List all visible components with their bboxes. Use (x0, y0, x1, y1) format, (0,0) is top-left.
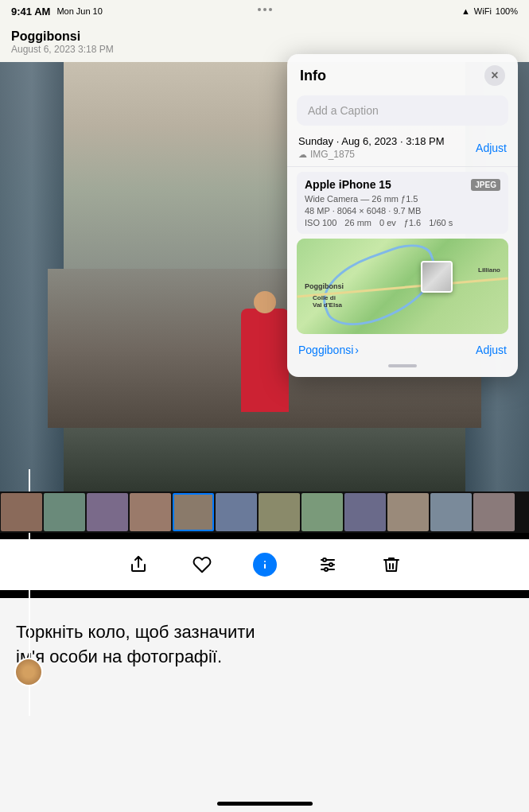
map-container[interactable]: Poggibonsi Colle diVal d'Elsa Lilliano (297, 239, 508, 334)
close-icon: × (491, 68, 498, 83)
info-panel: Info × Add a Caption Sunday · Aug 6, 202… (287, 54, 518, 377)
filename: IMG_1875 (310, 149, 355, 160)
bottom-text-area: Торкніть коло, щоб зазначити ім'я особи … (0, 598, 529, 812)
device-header: Apple iPhone 15 JPEG (305, 178, 500, 191)
share-button[interactable] (126, 552, 151, 577)
wifi-icon: WiFi (474, 6, 492, 16)
album-date: August 6, 2023 3:18 PM (11, 44, 114, 55)
location-arrow: › (355, 344, 359, 356)
status-day-date: Mon Jun 10 (56, 6, 102, 16)
thumbnail-active[interactable] (173, 493, 214, 531)
dot-1 (258, 8, 261, 11)
jpeg-badge: JPEG (471, 179, 500, 191)
instruction-line2: ім'я особи на фотографії. (16, 647, 222, 666)
album-title: Poggibonsi (11, 29, 114, 44)
exposure-row: ISO 100 26 mm 0 ev ƒ1.6 1/60 s (305, 218, 500, 227)
signal-icon: ▲ (461, 6, 470, 16)
location-button[interactable]: Poggibonsi › (298, 344, 359, 356)
ev-value: 0 ev (379, 218, 396, 227)
device-info: Apple iPhone 15 JPEG Wide Camera — 26 mm… (297, 172, 508, 234)
aperture-value: ƒ1.6 (404, 218, 421, 227)
adjust-date-button[interactable]: Adjust (476, 142, 507, 154)
battery-icon: 100% (496, 6, 518, 16)
svg-point-8 (329, 563, 333, 566)
map-marker-image (422, 262, 451, 291)
adjust-button[interactable] (315, 552, 340, 577)
person-head (254, 291, 276, 313)
shutter-value: 1/60 s (429, 218, 453, 227)
status-time: 9:41 AM (11, 6, 50, 17)
thumbnail[interactable] (344, 493, 386, 531)
thumbnail[interactable] (1, 493, 42, 531)
thumbnail[interactable] (473, 493, 515, 531)
thumbnail[interactable] (44, 493, 85, 531)
dot-2 (263, 8, 266, 11)
instruction-line1: Торкніть коло, щоб зазначити (16, 622, 255, 642)
thumbnail[interactable] (216, 493, 257, 531)
camera-specs: Wide Camera — 26 mm ƒ1.5 (305, 194, 500, 204)
map-label-lilliano: Lilliano (478, 266, 500, 274)
cloud-icon: ☁ (298, 150, 307, 160)
person-figure (241, 309, 289, 412)
map-label-colle: Colle diVal d'Elsa (313, 294, 342, 309)
three-dots-indicator (258, 8, 272, 11)
map-label-poggibonsi: Poggibonsi (305, 282, 344, 290)
location-label: Poggibonsi (298, 344, 353, 356)
caption-input[interactable]: Add a Caption (297, 95, 508, 126)
instruction-text: Торкніть коло, щоб зазначити ім'я особи … (16, 620, 255, 670)
map-marker (421, 261, 453, 293)
status-icons: ▲ WiFi 100% (461, 6, 518, 16)
thumbnail[interactable] (259, 493, 300, 531)
info-button[interactable] (253, 553, 277, 577)
thumbnail[interactable] (87, 493, 128, 531)
person-circle[interactable] (14, 658, 43, 686)
info-panel-header: Info × (287, 54, 518, 92)
location-row: Poggibonsi › Adjust (287, 339, 518, 356)
drag-handle (388, 364, 417, 367)
adjust-location-button[interactable]: Adjust (476, 344, 507, 356)
home-indicator (217, 802, 313, 806)
iso-value: ISO 100 (305, 218, 336, 227)
favorite-button[interactable] (189, 552, 215, 577)
thumbnail[interactable] (130, 493, 171, 531)
delete-button[interactable] (379, 552, 404, 577)
thumbnail[interactable] (387, 493, 429, 531)
dot-3 (269, 8, 272, 11)
date-row: Sunday · Aug 6, 2023 · 3:18 PM ☁ IMG_187… (287, 129, 518, 167)
date-info: Sunday · Aug 6, 2023 · 3:18 PM ☁ IMG_187… (298, 135, 445, 160)
status-bar: 9:41 AM Mon Jun 10 ▲ WiFi 100% (0, 0, 529, 22)
svg-point-9 (325, 568, 328, 571)
thumbnail[interactable] (430, 493, 472, 531)
toolbar (0, 539, 529, 590)
date-text: Sunday · Aug 6, 2023 · 3:18 PM (298, 135, 445, 147)
caption-placeholder: Add a Caption (308, 104, 379, 117)
thumbnail[interactable] (301, 493, 343, 531)
filename-row: ☁ IMG_1875 (298, 149, 445, 160)
film-strip[interactable] (0, 491, 529, 533)
mp-specs: 48 MP · 8064 × 6048 · 9.7 MB (305, 206, 500, 216)
svg-point-7 (323, 558, 326, 561)
focal-value: 26 mm (344, 218, 371, 227)
info-close-button[interactable]: × (484, 65, 505, 86)
info-panel-title: Info (300, 68, 326, 84)
device-name: Apple iPhone 15 (305, 178, 391, 191)
